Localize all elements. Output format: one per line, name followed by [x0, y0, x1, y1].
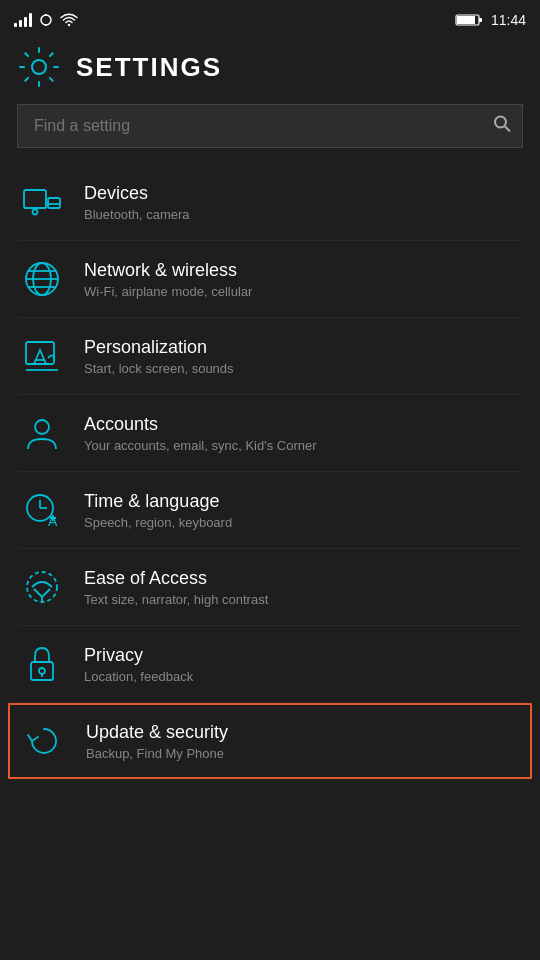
search-container[interactable]	[17, 104, 523, 148]
update-text: Update & security Backup, Find My Phone	[86, 722, 228, 761]
status-left	[14, 12, 78, 28]
svg-rect-3	[479, 18, 482, 22]
settings-header: SETTINGS	[0, 36, 540, 104]
network-text: Network & wireless Wi-Fi, airplane mode,…	[84, 260, 252, 299]
accessibility-subtitle: Text size, narrator, high contrast	[84, 592, 268, 607]
devices-text: Devices Bluetooth, camera	[84, 183, 190, 222]
devices-title: Devices	[84, 183, 190, 204]
settings-item-update[interactable]: Update & security Backup, Find My Phone	[8, 703, 532, 779]
accessibility-icon	[18, 563, 66, 611]
settings-item-accessibility[interactable]: Ease of Access Text size, narrator, high…	[18, 549, 522, 626]
svg-point-0	[41, 15, 51, 25]
svg-rect-2	[457, 16, 475, 24]
settings-item-time[interactable]: A Time & language Speech, region, keyboa…	[18, 472, 522, 549]
svg-rect-7	[24, 190, 46, 208]
personalization-icon	[18, 332, 66, 380]
status-bar: 11:44	[0, 0, 540, 36]
accounts-subtitle: Your accounts, email, sync, Kid's Corner	[84, 438, 317, 453]
sync-icon	[38, 12, 54, 28]
svg-point-5	[495, 117, 506, 128]
personalization-subtitle: Start, lock screen, sounds	[84, 361, 234, 376]
svg-rect-27	[31, 662, 53, 680]
search-icon	[493, 115, 511, 138]
search-input[interactable]	[17, 104, 523, 148]
accounts-icon	[18, 409, 66, 457]
battery-icon	[455, 13, 483, 27]
svg-rect-8	[48, 198, 60, 208]
settings-item-accounts[interactable]: Accounts Your accounts, email, sync, Kid…	[18, 395, 522, 472]
devices-icon	[18, 178, 66, 226]
network-icon	[18, 255, 66, 303]
svg-point-9	[33, 210, 38, 215]
network-title: Network & wireless	[84, 260, 252, 281]
accounts-text: Accounts Your accounts, email, sync, Kid…	[84, 414, 317, 453]
update-title: Update & security	[86, 722, 228, 743]
signal-icon	[14, 13, 32, 27]
accessibility-title: Ease of Access	[84, 568, 268, 589]
devices-subtitle: Bluetooth, camera	[84, 207, 190, 222]
privacy-title: Privacy	[84, 645, 193, 666]
time-subtitle: Speech, region, keyboard	[84, 515, 232, 530]
time-icon: A	[18, 486, 66, 534]
svg-point-4	[32, 60, 46, 74]
update-icon	[20, 717, 68, 765]
settings-item-privacy[interactable]: Privacy Location, feedback	[18, 626, 522, 703]
settings-list: Devices Bluetooth, camera Network & wire…	[0, 164, 540, 779]
privacy-text: Privacy Location, feedback	[84, 645, 193, 684]
personalization-title: Personalization	[84, 337, 234, 358]
time-display: 11:44	[491, 12, 526, 28]
time-title: Time & language	[84, 491, 232, 512]
update-subtitle: Backup, Find My Phone	[86, 746, 228, 761]
settings-item-network[interactable]: Network & wireless Wi-Fi, airplane mode,…	[18, 241, 522, 318]
settings-item-devices[interactable]: Devices Bluetooth, camera	[18, 164, 522, 241]
svg-point-20	[35, 420, 49, 434]
svg-point-28	[39, 668, 45, 674]
wifi-icon	[60, 12, 78, 28]
privacy-subtitle: Location, feedback	[84, 669, 193, 684]
gear-icon	[18, 46, 60, 88]
network-subtitle: Wi-Fi, airplane mode, cellular	[84, 284, 252, 299]
accounts-title: Accounts	[84, 414, 317, 435]
privacy-icon	[18, 640, 66, 688]
time-text: Time & language Speech, region, keyboard	[84, 491, 232, 530]
accessibility-text: Ease of Access Text size, narrator, high…	[84, 568, 268, 607]
status-right: 11:44	[455, 12, 526, 28]
svg-line-6	[505, 126, 511, 132]
settings-item-personalization[interactable]: Personalization Start, lock screen, soun…	[18, 318, 522, 395]
page-title: SETTINGS	[76, 52, 222, 83]
personalization-text: Personalization Start, lock screen, soun…	[84, 337, 234, 376]
